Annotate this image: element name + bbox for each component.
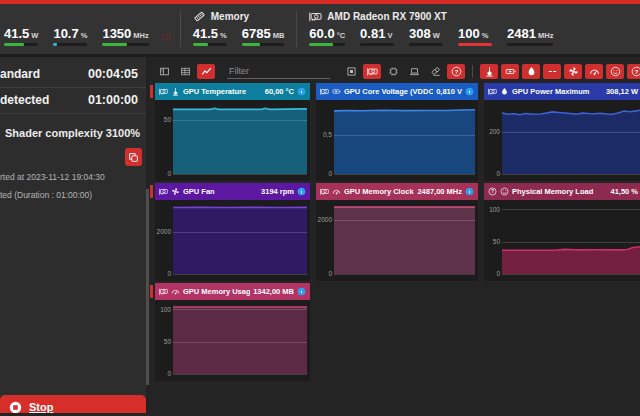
gauge-button[interactable] [585,64,603,79]
battery-icon [332,87,341,96]
columns-button[interactable] [155,64,173,79]
drag-handle-icon[interactable] [160,31,173,43]
detected-label: detected [0,93,49,107]
chart-title: GPU Memory Clock [344,187,414,196]
axis-label: 100 [155,306,171,313]
chart-button[interactable] [197,64,215,79]
chart-gpu-temperature: GPU Temperature60,00 °C500 [155,83,310,181]
table-button[interactable] [176,64,194,79]
axis-label: 0 [155,170,171,177]
duration-time: 01:00:00 [88,93,138,107]
stat-underline [53,43,87,46]
info-icon[interactable] [297,87,306,96]
shader-complexity-row[interactable]: Shader complexity 3 100% [0,127,146,139]
memory-group-title: Memory [211,11,249,22]
axis-label: 0,5 [316,131,332,138]
monitor-toolbar [149,57,640,81]
chart-gpu-core-voltage-vddcr: GPU Core Voltage (VDDCR_0,810 V0,50 [316,83,478,181]
gpu-icon [159,187,168,196]
laptop-icon [409,66,420,77]
gpu-group: AMD Radeon RX 7900 XT 60.0°C0.81V308W100… [301,4,561,54]
chart-title: GPU Fan [183,187,258,196]
question-button[interactable] [447,64,465,79]
chart-header[interactable]: GPU Power Maximum308,12 W [484,83,640,100]
chart-plot-area: 500 [155,100,310,181]
fan-button[interactable] [564,64,582,79]
gpu-icon [320,187,329,196]
axis-label: 0 [316,270,332,277]
test-mode-label: andard [0,67,40,81]
fan-icon [171,187,180,196]
divider [180,11,181,47]
dashes-button[interactable] [543,64,561,79]
log-line: rted at 2023-11-12 19:04:30 [0,171,146,184]
copy-button[interactable] [125,148,142,166]
gpu-group-title: AMD Radeon RX 7900 XT [327,11,446,22]
flame-button[interactable] [522,64,540,79]
columns-icon [159,66,170,77]
chart-plot-area: 20000 [316,200,478,281]
info-icon[interactable] [297,287,306,296]
eraser-button[interactable] [426,64,444,79]
gauge-icon [171,287,180,296]
flame-icon [526,66,537,77]
chart-header[interactable]: GPU Temperature60,00 °C [155,83,310,100]
chart-header[interactable]: GPU Core Voltage (VDDCR_0,810 V [316,83,478,100]
axis-label: 50 [155,338,171,345]
app-window: 41.5W10.7%1350MHz Memory 41.5%6785MB AMD… [0,0,640,416]
laptop-button[interactable] [405,64,423,79]
chart-title: GPU Memory Usage [183,287,250,296]
frame-icon [346,66,357,77]
chart-title: Physical Memory Load [512,187,607,196]
axis-label: 0 [316,170,332,177]
info-icon[interactable] [465,87,474,96]
stat-: 100% [458,26,492,46]
gpu-icon [367,66,378,77]
detected-row: detected 01:00:00 [0,88,146,114]
smiley-button[interactable] [606,64,624,79]
fan-icon [568,66,579,77]
stat-underline [4,43,38,46]
frame-button[interactable] [342,64,360,79]
monitor-panel: GPU Temperature60,00 °C500GPU Core Volta… [149,57,640,413]
stat-underline [242,43,285,46]
divider [296,11,297,47]
stat-c: 60.0°C [309,26,345,46]
chart-title: GPU Temperature [183,87,262,96]
status-bar: 41.5W10.7%1350MHz Memory 41.5%6785MB AMD… [0,4,640,57]
copy-icon [128,152,139,163]
battery-button[interactable] [501,64,519,79]
log-line: ted (Duration : 01:00:00) [0,189,146,202]
axis-label: 0 [155,270,171,277]
question-icon [488,187,497,196]
stat-mb: 6785MB [242,26,285,46]
thermometer-icon [171,87,180,96]
question-button[interactable] [627,64,640,79]
chart-plot-area: 20000 [155,200,310,281]
chart-header[interactable]: GPU Memory Usage1342,00 MB [155,283,310,300]
thermometer-button[interactable] [480,64,498,79]
gpu-quick-stats-group: 41.5W10.7%1350MHz [2,4,157,54]
stat-underline [193,43,227,46]
shader-complexity-label: Shader complexity 3 [5,127,112,139]
gpu-icon [320,87,329,96]
filter-input[interactable] [227,64,330,79]
stat-underline [360,43,394,46]
thermometer-icon [484,66,495,77]
stat-: 10.7% [53,26,87,46]
chart-header[interactable]: GPU Fan3194 rpm [155,183,310,200]
info-icon[interactable] [465,187,474,196]
chart-header[interactable]: Physical Memory Load41,50 % [484,183,640,200]
ram-icon [193,10,206,23]
chart-title: GPU Core Voltage (VDDCR_ [344,87,433,96]
chip-button[interactable] [384,64,402,79]
axis-label: 100 [484,206,500,213]
eraser-icon [430,66,441,77]
chart-value: 1342,00 MB [253,287,294,296]
info-icon[interactable] [297,187,306,196]
stop-button-label: Stop [29,401,53,413]
gpu-button[interactable] [363,64,381,79]
axis-label: 2000 [155,228,171,235]
chart-header[interactable]: GPU Memory Clock2487,00 MHz [316,183,478,200]
stop-button[interactable]: Stop [0,395,146,413]
